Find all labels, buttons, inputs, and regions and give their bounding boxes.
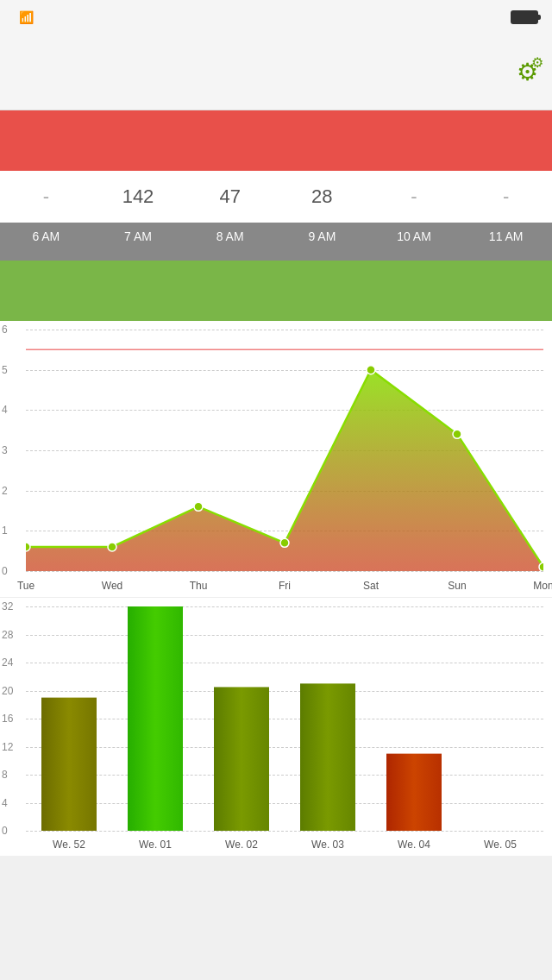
gear-small-icon: ⚙ [531,54,543,71]
x-label-2: Thu [190,580,208,592]
yesterday-section [0,261,552,321]
bar-2 [214,687,269,831]
bar-3 [300,683,355,831]
data-point-6 [539,562,543,571]
bar-y-label-2: 8 [2,769,8,781]
line-chart-container: 0123456TueWedThuFriSatSunMon [0,321,552,597]
settings-button[interactable]: ⚙ ⚙ [517,58,538,86]
bar-y-label-6: 24 [2,656,13,669]
time-11am: 11 AM [460,229,552,254]
status-bar: 📶 [0,0,552,35]
data-point-2 [194,502,203,511]
timeline-values-row: - 142 47 28 - - [0,171,552,223]
bar-x-label-2: We. 02 [225,839,258,851]
bar-y-label-7: 28 [2,629,13,641]
y-label-1: 1 [2,525,8,537]
x-label-1: Wed [102,580,122,592]
bar-y-label-0: 0 [2,825,8,837]
header: ⚙ ⚙ [0,35,552,110]
y-label-3: 3 [2,444,8,456]
bar-y-label-1: 4 [2,797,8,809]
bar-y-label-8: 32 [2,600,13,612]
grid-line-y-0 [26,571,543,572]
bar-x-label-3: We. 03 [311,839,344,851]
y-label-6: 6 [2,324,8,336]
timeline-val-1: 142 [92,185,185,208]
timeline-val-2: 47 [184,185,276,208]
bar-y-label-4: 16 [2,713,13,725]
data-point-4 [367,366,375,374]
bar-y-label-3: 12 [2,741,13,753]
x-label-3: Fri [279,580,291,592]
timeline-val-0: - [0,185,92,208]
timeline-val-5: - [460,185,552,208]
x-label-5: Sun [448,580,466,592]
bar-x-label-0: We. 52 [53,839,85,851]
bar-x-label-1: We. 01 [139,839,172,851]
time-8am: 8 AM [184,229,276,254]
data-point-1 [108,543,116,551]
bar-4 [386,754,442,831]
time-7am: 7 AM [92,229,185,254]
y-label-2: 2 [2,485,8,497]
time-10am: 10 AM [368,229,461,254]
line-chart-svg [26,330,543,571]
bar-0 [41,698,97,831]
battery-icon [511,10,538,24]
bar-grid-line-0 [26,831,543,832]
data-point-5 [453,430,461,438]
x-label-4: Sat [363,580,379,592]
y-label-4: 4 [2,404,8,416]
timeline-val-4: - [368,185,461,208]
bar-x-label-4: We. 04 [398,839,430,851]
time-6am: 6 AM [0,229,92,254]
y-label-0: 0 [2,565,8,577]
wifi-icon: 📶 [19,10,34,24]
bar-chart-svg [26,606,543,831]
x-label-0: Tue [17,580,34,592]
bar-chart-container: 048121620242832We. 52We. 01We. 02We. 03W… [0,597,552,856]
time-9am: 9 AM [276,229,368,254]
y-label-5: 5 [2,364,8,376]
x-label-6: Mon [533,580,552,592]
bar-1 [128,606,183,831]
data-point-3 [280,538,289,547]
carrier-label: 📶 [14,10,34,24]
timeline-val-3: 28 [276,185,368,208]
today-section [0,110,552,171]
data-point-0 [26,543,30,551]
bar-x-label-5: We. 05 [484,839,517,851]
time-labels-row: 6 AM 7 AM 8 AM 9 AM 10 AM 11 AM [0,223,552,261]
bar-y-label-5: 20 [2,685,13,697]
